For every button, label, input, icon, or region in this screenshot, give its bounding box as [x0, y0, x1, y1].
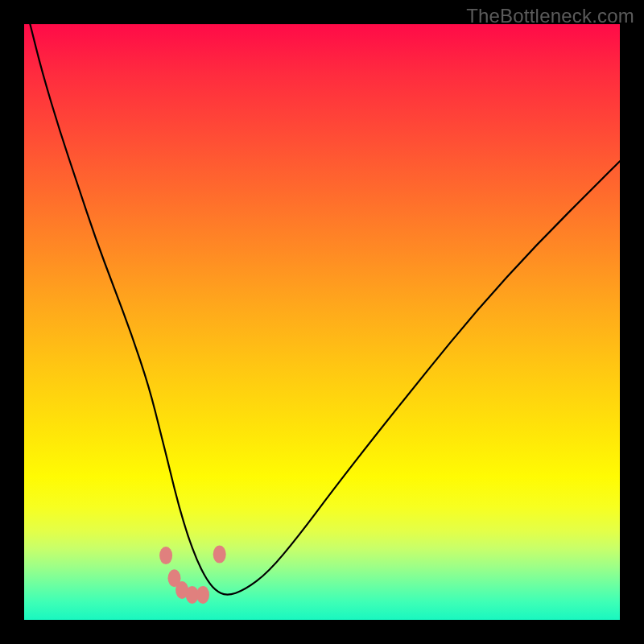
curve-svg — [24, 24, 620, 620]
curve-markers — [159, 546, 226, 604]
curve-marker — [196, 586, 209, 604]
curve-marker — [159, 547, 172, 564]
curve-marker — [213, 546, 226, 564]
watermark-text: TheBottleneck.com — [466, 5, 634, 27]
chart-frame: TheBottleneck.com — [0, 0, 644, 644]
bottleneck-curve — [30, 24, 620, 595]
plot-area — [24, 24, 620, 620]
